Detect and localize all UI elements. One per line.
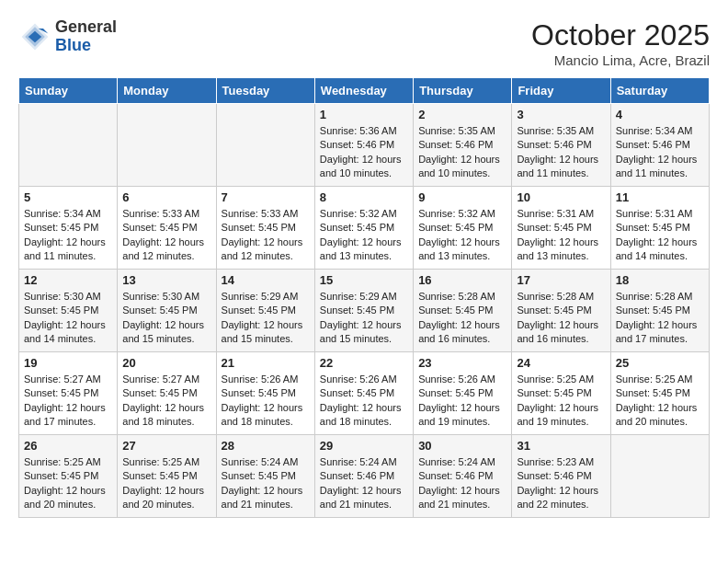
day-number: 10 xyxy=(517,190,605,204)
calendar-cell: 3Sunrise: 5:35 AM Sunset: 5:46 PM Daylig… xyxy=(512,104,610,187)
day-number: 30 xyxy=(418,439,506,453)
weekday-header-thursday: Thursday xyxy=(414,78,512,104)
cell-info: Sunrise: 5:30 AM Sunset: 5:45 PM Dayligh… xyxy=(122,290,210,347)
calendar-cell: 11Sunrise: 5:31 AM Sunset: 5:45 PM Dayli… xyxy=(610,187,709,270)
month-title: October 2025 xyxy=(531,18,710,52)
weekday-header-saturday: Saturday xyxy=(610,78,709,104)
calendar-cell xyxy=(610,435,709,518)
day-number: 22 xyxy=(320,356,408,370)
day-number: 7 xyxy=(222,190,310,204)
calendar-cell: 19Sunrise: 5:27 AM Sunset: 5:45 PM Dayli… xyxy=(19,352,118,435)
day-number: 2 xyxy=(418,108,506,121)
cell-info: Sunrise: 5:28 AM Sunset: 5:45 PM Dayligh… xyxy=(616,290,704,347)
calendar-cell: 31Sunrise: 5:23 AM Sunset: 5:46 PM Dayli… xyxy=(512,435,610,518)
calendar-week-row: 5Sunrise: 5:34 AM Sunset: 5:45 PM Daylig… xyxy=(19,187,710,270)
day-number: 12 xyxy=(24,273,112,287)
cell-info: Sunrise: 5:33 AM Sunset: 5:45 PM Dayligh… xyxy=(222,207,310,264)
calendar-cell xyxy=(118,104,216,187)
calendar-week-row: 12Sunrise: 5:30 AM Sunset: 5:45 PM Dayli… xyxy=(19,270,710,352)
logo-blue-text: Blue xyxy=(55,36,91,54)
day-number: 20 xyxy=(122,356,210,370)
logo: General Blue xyxy=(18,18,117,55)
calendar-cell: 16Sunrise: 5:28 AM Sunset: 5:45 PM Dayli… xyxy=(414,270,512,352)
day-number: 16 xyxy=(418,273,506,287)
day-number: 6 xyxy=(122,190,210,204)
cell-info: Sunrise: 5:24 AM Sunset: 5:46 PM Dayligh… xyxy=(320,455,408,512)
calendar-cell: 17Sunrise: 5:28 AM Sunset: 5:45 PM Dayli… xyxy=(512,270,610,352)
day-number: 1 xyxy=(320,108,408,121)
calendar-cell: 8Sunrise: 5:32 AM Sunset: 5:45 PM Daylig… xyxy=(314,187,413,270)
cell-info: Sunrise: 5:29 AM Sunset: 5:45 PM Dayligh… xyxy=(222,290,310,347)
calendar-cell: 22Sunrise: 5:26 AM Sunset: 5:45 PM Dayli… xyxy=(314,352,413,435)
calendar-cell: 1Sunrise: 5:36 AM Sunset: 5:46 PM Daylig… xyxy=(314,104,413,187)
cell-info: Sunrise: 5:36 AM Sunset: 5:46 PM Dayligh… xyxy=(320,124,408,181)
cell-info: Sunrise: 5:26 AM Sunset: 5:45 PM Dayligh… xyxy=(418,373,506,430)
page-header: General Blue October 2025 Mancio Lima, A… xyxy=(18,18,710,68)
day-number: 9 xyxy=(418,190,506,204)
day-number: 27 xyxy=(122,439,210,453)
calendar-cell: 29Sunrise: 5:24 AM Sunset: 5:46 PM Dayli… xyxy=(314,435,413,518)
weekday-header-wednesday: Wednesday xyxy=(314,78,413,104)
weekday-header-tuesday: Tuesday xyxy=(216,78,314,104)
weekday-header-friday: Friday xyxy=(512,78,610,104)
day-number: 21 xyxy=(222,356,310,370)
cell-info: Sunrise: 5:32 AM Sunset: 5:45 PM Dayligh… xyxy=(320,207,408,264)
day-number: 11 xyxy=(616,190,704,204)
calendar-cell: 6Sunrise: 5:33 AM Sunset: 5:45 PM Daylig… xyxy=(118,187,216,270)
weekday-header-monday: Monday xyxy=(118,78,216,104)
calendar-cell xyxy=(19,104,118,187)
cell-info: Sunrise: 5:34 AM Sunset: 5:46 PM Dayligh… xyxy=(616,124,704,181)
calendar-cell: 10Sunrise: 5:31 AM Sunset: 5:45 PM Dayli… xyxy=(512,187,610,270)
calendar-cell: 27Sunrise: 5:25 AM Sunset: 5:45 PM Dayli… xyxy=(118,435,216,518)
title-block: October 2025 Mancio Lima, Acre, Brazil xyxy=(531,18,710,68)
day-number: 4 xyxy=(616,108,704,121)
day-number: 28 xyxy=(222,439,310,453)
cell-info: Sunrise: 5:23 AM Sunset: 5:46 PM Dayligh… xyxy=(517,455,605,512)
cell-info: Sunrise: 5:29 AM Sunset: 5:45 PM Dayligh… xyxy=(320,290,408,347)
weekday-header-sunday: Sunday xyxy=(19,78,118,104)
day-number: 17 xyxy=(517,273,605,287)
day-number: 5 xyxy=(24,190,112,204)
cell-info: Sunrise: 5:24 AM Sunset: 5:45 PM Dayligh… xyxy=(222,455,310,512)
calendar-cell: 13Sunrise: 5:30 AM Sunset: 5:45 PM Dayli… xyxy=(118,270,216,352)
cell-info: Sunrise: 5:30 AM Sunset: 5:45 PM Dayligh… xyxy=(24,290,112,347)
cell-info: Sunrise: 5:27 AM Sunset: 5:45 PM Dayligh… xyxy=(24,373,112,430)
day-number: 25 xyxy=(616,356,704,370)
cell-info: Sunrise: 5:33 AM Sunset: 5:45 PM Dayligh… xyxy=(122,207,210,264)
day-number: 26 xyxy=(24,439,112,453)
calendar-cell: 23Sunrise: 5:26 AM Sunset: 5:45 PM Dayli… xyxy=(414,352,512,435)
cell-info: Sunrise: 5:28 AM Sunset: 5:45 PM Dayligh… xyxy=(418,290,506,347)
logo-general-text: General xyxy=(55,17,117,36)
day-number: 14 xyxy=(222,273,310,287)
day-number: 13 xyxy=(122,273,210,287)
day-number: 24 xyxy=(517,356,605,370)
calendar-cell: 20Sunrise: 5:27 AM Sunset: 5:45 PM Dayli… xyxy=(118,352,216,435)
calendar-week-row: 1Sunrise: 5:36 AM Sunset: 5:46 PM Daylig… xyxy=(19,104,710,187)
calendar-cell: 15Sunrise: 5:29 AM Sunset: 5:45 PM Dayli… xyxy=(314,270,413,352)
calendar-table: SundayMondayTuesdayWednesdayThursdayFrid… xyxy=(18,77,710,518)
cell-info: Sunrise: 5:35 AM Sunset: 5:46 PM Dayligh… xyxy=(418,124,506,181)
day-number: 8 xyxy=(320,190,408,204)
day-number: 23 xyxy=(418,356,506,370)
cell-info: Sunrise: 5:34 AM Sunset: 5:45 PM Dayligh… xyxy=(24,207,112,264)
day-number: 31 xyxy=(517,439,605,453)
calendar-week-row: 19Sunrise: 5:27 AM Sunset: 5:45 PM Dayli… xyxy=(19,352,710,435)
calendar-week-row: 26Sunrise: 5:25 AM Sunset: 5:45 PM Dayli… xyxy=(19,435,710,518)
calendar-cell: 21Sunrise: 5:26 AM Sunset: 5:45 PM Dayli… xyxy=(216,352,314,435)
day-number: 18 xyxy=(616,273,704,287)
calendar-cell: 30Sunrise: 5:24 AM Sunset: 5:46 PM Dayli… xyxy=(414,435,512,518)
cell-info: Sunrise: 5:25 AM Sunset: 5:45 PM Dayligh… xyxy=(122,455,210,512)
cell-info: Sunrise: 5:27 AM Sunset: 5:45 PM Dayligh… xyxy=(122,373,210,430)
cell-info: Sunrise: 5:25 AM Sunset: 5:45 PM Dayligh… xyxy=(616,373,704,430)
calendar-cell: 9Sunrise: 5:32 AM Sunset: 5:45 PM Daylig… xyxy=(414,187,512,270)
location-text: Mancio Lima, Acre, Brazil xyxy=(531,52,710,68)
calendar-cell: 26Sunrise: 5:25 AM Sunset: 5:45 PM Dayli… xyxy=(19,435,118,518)
calendar-cell: 5Sunrise: 5:34 AM Sunset: 5:45 PM Daylig… xyxy=(19,187,118,270)
calendar-cell: 14Sunrise: 5:29 AM Sunset: 5:45 PM Dayli… xyxy=(216,270,314,352)
calendar-cell: 18Sunrise: 5:28 AM Sunset: 5:45 PM Dayli… xyxy=(610,270,709,352)
day-number: 19 xyxy=(24,356,112,370)
cell-info: Sunrise: 5:31 AM Sunset: 5:45 PM Dayligh… xyxy=(616,207,704,264)
cell-info: Sunrise: 5:32 AM Sunset: 5:45 PM Dayligh… xyxy=(418,207,506,264)
day-number: 29 xyxy=(320,439,408,453)
cell-info: Sunrise: 5:25 AM Sunset: 5:45 PM Dayligh… xyxy=(24,455,112,512)
